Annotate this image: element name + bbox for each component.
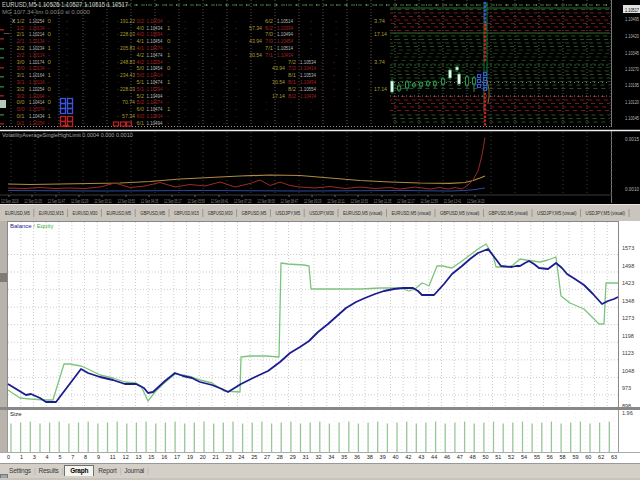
svg-text:12 Sep 04:35: 12 Sep 04:35 [141, 198, 159, 204]
svg-text:EURUSD,M5 (visual): EURUSD,M5 (visual) [392, 210, 432, 216]
svg-text:GBPUSD,M5 (visual): GBPUSD,M5 (visual) [440, 210, 480, 216]
svg-text:12 Sep 10:11: 12 Sep 10:11 [327, 198, 345, 204]
svg-text:USDJPY,M5 (visual): USDJPY,M5 (visual) [586, 210, 626, 216]
svg-text:12 Sep 05:17: 12 Sep 05:17 [164, 198, 182, 204]
svg-text:GBPUSD,M15: GBPUSD,M15 [174, 210, 199, 216]
svg-text:12 Sep 03:53: 12 Sep 03:53 [118, 198, 136, 204]
svg-text:12 Sep 06:41: 12 Sep 06:41 [211, 198, 229, 204]
svg-text:EURUSD,M5: EURUSD,M5 [106, 210, 131, 216]
svg-text:12 Sep 14:23: 12 Sep 14:23 [467, 198, 485, 204]
svg-text:12 Sep 13:41: 12 Sep 13:41 [444, 198, 462, 204]
svg-text:12 Sep 07:23: 12 Sep 07:23 [234, 198, 252, 204]
svg-text:USDJPY,M5 (visual): USDJPY,M5 (visual) [537, 210, 577, 216]
svg-text:USDJPY,M5: USDJPY,M5 [275, 210, 300, 216]
svg-text:1.10420: 1.10420 [625, 33, 639, 39]
svg-text:EURUSD,M5: EURUSD,M5 [5, 210, 30, 216]
svg-text:1.10045: 1.10045 [625, 115, 639, 121]
svg-text:GBPUSD,M30: GBPUSD,M30 [208, 210, 233, 216]
svg-text:12 Sep 12:17: 12 Sep 12:17 [397, 198, 415, 204]
svg-text:1.10495: 1.10495 [625, 16, 639, 22]
svg-text:12 Sep 08:05: 12 Sep 08:05 [257, 198, 275, 204]
svg-text:12 Sep 01:47: 12 Sep 01:47 [48, 198, 66, 204]
svg-text:USDJPY,M30: USDJPY,M30 [309, 210, 334, 216]
svg-text:12 Sep 10:53: 12 Sep 10:53 [351, 198, 369, 204]
svg-text:GBPUSD,M5: GBPUSD,M5 [140, 210, 165, 216]
svg-text:1.10345: 1.10345 [625, 50, 639, 56]
svg-text:1.10517: 1.10517 [625, 7, 639, 13]
svg-text:12 Sep 08:47: 12 Sep 08:47 [281, 198, 299, 204]
svg-text:12 Sep 09:29: 12 Sep 09:29 [304, 198, 322, 204]
svg-text:1.10270: 1.10270 [625, 66, 639, 72]
svg-text:GBPUSD,M5: GBPUSD,M5 [242, 210, 267, 216]
svg-text:1.10195: 1.10195 [625, 82, 639, 88]
svg-text:GBPUSD,M5 (visual): GBPUSD,M5 (visual) [489, 210, 529, 216]
svg-text:12 Sep 02:29: 12 Sep 02:29 [71, 198, 89, 204]
svg-text:12 Sep 2019: 12 Sep 2019 [1, 198, 19, 204]
svg-text:EURUSD,M5 (visual): EURUSD,M5 (visual) [343, 210, 383, 216]
svg-text:12 Sep 01:05: 12 Sep 01:05 [24, 198, 42, 204]
svg-text:12 Sep 11:35: 12 Sep 11:35 [374, 198, 392, 204]
svg-text:EURUSD,M15: EURUSD,M15 [39, 210, 64, 216]
svg-text:12 Sep 12:59: 12 Sep 12:59 [420, 198, 438, 204]
svg-text:1.10120: 1.10120 [625, 99, 639, 105]
svg-text:12 Sep 05:59: 12 Sep 05:59 [187, 198, 205, 204]
svg-text:12 Sep 03:11: 12 Sep 03:11 [94, 198, 112, 204]
svg-text:EURUSD,M30: EURUSD,M30 [73, 210, 98, 216]
